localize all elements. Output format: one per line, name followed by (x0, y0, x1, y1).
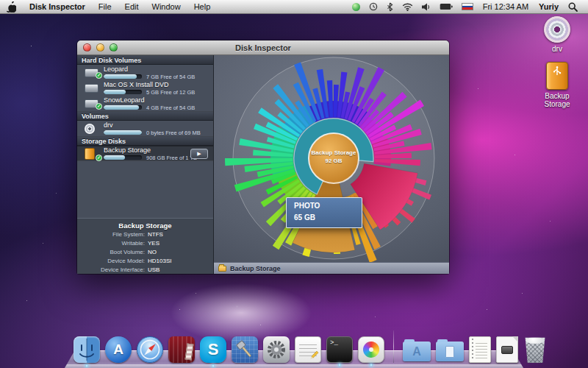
desktop-icon-backup-storage[interactable]: Backup Storage (540, 62, 574, 108)
dock-disk-image-icon[interactable] (496, 336, 518, 363)
info-value: HD103SI (148, 258, 171, 265)
dock-terminal-icon[interactable]: >_ (326, 336, 353, 363)
capacity-bar (104, 90, 142, 94)
volume-row-snowleopard[interactable]: ✓ SnowLeopard 4 GB Free of 54 GB (77, 96, 213, 111)
chart-status-bar: Backup Storage (214, 262, 449, 274)
apple-menu-icon[interactable] (0, 1, 23, 13)
menu-help[interactable]: Help (187, 0, 218, 14)
app-store-glyph: A (113, 342, 123, 358)
checkmark-badge-icon: ✓ (96, 103, 102, 110)
info-label: Device Model: (77, 258, 145, 265)
volume-icon[interactable] (417, 3, 435, 11)
free-space-label: 5 GB Free of 12 GB (146, 89, 195, 96)
menu-file[interactable]: File (92, 0, 118, 14)
note-lines (476, 341, 487, 358)
app-menu[interactable]: Disk Inspector (23, 0, 92, 14)
capacity-bar (104, 130, 142, 135)
info-label: Writable: (77, 240, 145, 247)
volume-name: Leopard (104, 66, 209, 73)
menu-edit[interactable]: Edit (118, 0, 146, 14)
dock-app-store-icon[interactable]: A (105, 336, 132, 363)
user-menu[interactable]: Yuriy (534, 2, 564, 11)
dock-system-preferences-icon[interactable] (263, 336, 290, 363)
checkmark-badge-icon: ✓ (96, 72, 102, 79)
minimize-button[interactable] (96, 43, 104, 52)
dock-applications-folder-icon[interactable]: A (403, 342, 431, 361)
dock-skype-icon[interactable]: S (200, 336, 226, 363)
desktop-icon-label: Backup Storage (540, 92, 574, 108)
chart-tooltip: PHOTO 65 GB (286, 197, 362, 228)
menu-bar: Disk Inspector File Edit Window Help Fri… (0, 0, 588, 14)
section-header-hard-disk-volumes: Hard Disk Volumes (77, 55, 213, 65)
checkmark-badge-icon: ✓ (96, 155, 102, 161)
skype-glyph: S (208, 340, 219, 359)
spotlight-icon[interactable] (564, 2, 582, 12)
document-page-icon (445, 346, 454, 358)
dock-notes-icon[interactable] (469, 336, 491, 363)
tooltip-value: 65 GB (294, 213, 354, 222)
wifi-icon[interactable] (398, 3, 417, 11)
free-space-label: 7 GB Free of 54 GB (146, 74, 195, 80)
status-bar-label: Backup Storage (230, 265, 281, 272)
desktop-icon-drv[interactable]: drv (540, 16, 574, 53)
free-space-label: 0 bytes Free of 69 MB (146, 130, 201, 136)
external-drive-icon (85, 148, 95, 160)
battery-icon[interactable] (435, 3, 457, 10)
cd-disc-icon (85, 124, 95, 134)
zoom-button[interactable] (110, 43, 118, 52)
bluetooth-icon[interactable] (382, 2, 398, 12)
dock-divider (393, 330, 394, 363)
volume-name: Mac OS X Install DVD (104, 81, 209, 88)
info-value: NO (148, 249, 157, 256)
menu-clock[interactable]: Fri 12:34 AM (478, 2, 534, 11)
desktop-icon-label: drv (540, 45, 574, 53)
window-title: Disk Inspector (235, 43, 291, 52)
volumes-sidebar: Hard Disk Volumes ✓ Leopard 7 GB Free of… (77, 55, 214, 274)
volume-name: SnowLeopard (104, 96, 209, 104)
volume-row-backup-storage-selected[interactable]: ✓ Backup Storage 908 GB Free of 1 TB ▶ (77, 146, 213, 161)
time-machine-icon[interactable] (365, 2, 382, 11)
dock-documents-folder-icon[interactable] (436, 342, 464, 361)
capacity-bar (104, 155, 142, 160)
capacity-bar (104, 105, 142, 110)
volume-row-install-dvd[interactable]: Mac OS X Install DVD 5 GB Free of 12 GB (77, 80, 213, 96)
terminal-prompt-glyph: >_ (330, 339, 338, 347)
dock-finder-icon[interactable] (74, 336, 100, 363)
dock-trash-icon[interactable] (523, 337, 547, 363)
window-titlebar[interactable]: Disk Inspector (77, 40, 449, 55)
info-value: YES (148, 240, 159, 247)
dock-photo-booth-icon[interactable] (168, 336, 195, 363)
menu-window[interactable]: Window (146, 0, 187, 14)
sunburst-chart[interactable] (214, 55, 449, 262)
tooltip-title: PHOTO (294, 202, 354, 210)
free-space-label: 4 GB Free of 54 GB (146, 105, 195, 111)
dock: A S >_ A (65, 328, 523, 368)
folder-icon (218, 266, 226, 272)
dock-textedit-icon[interactable] (295, 336, 321, 363)
info-value: NTFS (148, 231, 163, 238)
drive-glyph (501, 346, 513, 354)
volume-row-drv[interactable]: drv 0 bytes Free of 69 MB (77, 121, 213, 136)
usb-drive-icon (546, 62, 568, 90)
rainbow-disc-icon (363, 342, 379, 358)
volume-row-leopard[interactable]: ✓ Leopard 7 GB Free of 54 GB (77, 65, 213, 80)
info-value: USB (148, 266, 159, 274)
capacity-bar (104, 74, 142, 79)
scan-play-button[interactable]: ▶ (190, 149, 208, 159)
disk-inspector-window: Disk Inspector Hard Disk Volumes ✓ Leopa… (77, 40, 449, 274)
applications-folder-glyph: A (412, 345, 421, 358)
free-space-label: 908 GB Free of 1 TB (146, 155, 197, 161)
disk-info-panel: Backup Storage File System:NTFS Writable… (77, 218, 213, 274)
input-language-flag-icon[interactable] (462, 3, 473, 10)
info-label: Device Interface: (77, 266, 145, 274)
hard-drive-icon (85, 84, 98, 93)
info-label: Boot Volume: (77, 249, 145, 256)
section-header-volumes: Volumes (77, 111, 213, 121)
dock-disk-inspector-icon[interactable] (358, 336, 384, 363)
dock-xcode-icon[interactable] (232, 336, 258, 363)
green-orb-status-icon[interactable] (348, 3, 365, 11)
photo-strip (185, 343, 194, 360)
info-panel-title: Backup Storage (77, 222, 213, 230)
dock-safari-icon[interactable] (137, 336, 163, 363)
close-button[interactable] (83, 43, 91, 52)
